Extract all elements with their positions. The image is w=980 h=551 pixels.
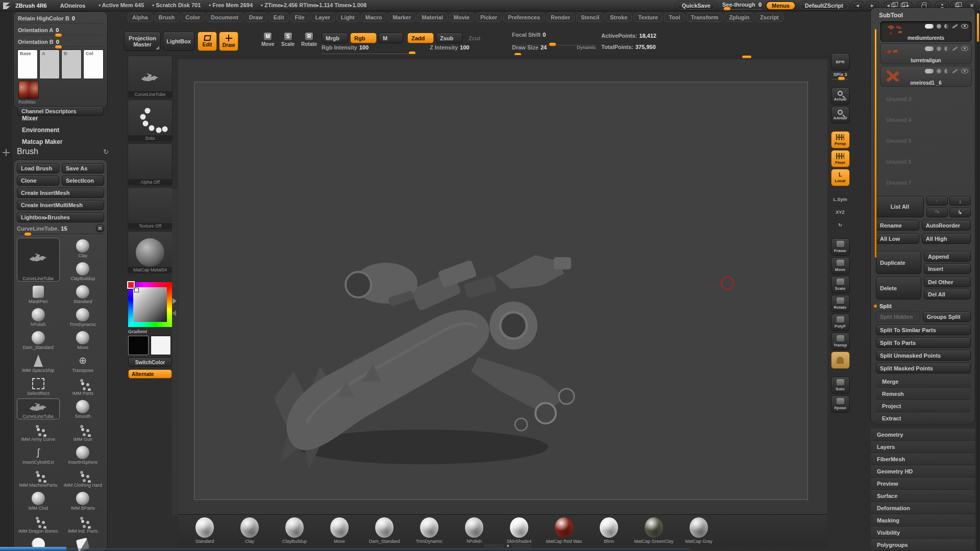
colorize-icon[interactable] [937,24,941,29]
shader-icon[interactable] [925,24,934,29]
menu-brush[interactable]: Brush [154,13,180,22]
palette-header-matcap-maker[interactable]: Matcap Maker [14,136,107,147]
extract-section[interactable]: Extract [876,412,971,424]
material-dam-standard[interactable]: Dam_Standard [362,517,407,544]
menu-edit[interactable]: Edit [269,13,289,22]
rgb-intensity-track[interactable] [322,53,416,54]
lightbox-button[interactable]: LightBox [163,32,194,51]
menu-file[interactable]: File [290,13,309,22]
subtool-item-unused[interactable]: Unused 3 [880,88,972,109]
brush-imm-dragon-bones[interactable]: IMM Dragon Bones [17,513,60,534]
menu-light[interactable]: Light [336,13,359,22]
persp-button[interactable]: Persp [831,131,850,148]
brush-palette-drag-icon[interactable] [3,149,10,156]
scale-button[interactable]: SScale [281,33,295,47]
menu-transform[interactable]: Transform [687,13,723,22]
menu-marker[interactable]: Marker [388,13,415,22]
tool-slot-matcap-metal04[interactable]: MatCap Metal04 [128,232,172,273]
solo-button[interactable]: Solo [831,377,850,394]
channel-swatch-a[interactable]: A [39,49,60,79]
material-matcap-red-wax[interactable]: MatCap Red Wax [542,517,586,544]
menus-toggle-button[interactable]: Menus [766,2,795,10]
collapse-right-icon[interactable] [173,298,177,304]
color-picker[interactable]: Gradient SwitchColor Alternate [128,282,172,379]
orientation-b-slider[interactable]: Orientation B0 [15,37,106,45]
brush-r-button[interactable]: R [96,224,104,232]
polyf-button[interactable]: PolyF [831,314,850,331]
palette-section-deformation[interactable]: Deformation [871,502,975,514]
split-masked-points-button[interactable]: Split Masked Points [876,363,971,373]
default-zscript-button[interactable]: DefaultZScript [799,2,849,10]
material-hpolish[interactable]: hPolish [452,517,497,544]
brush-imm-spaceship[interactable]: IMM SpaceShip [17,353,60,373]
polypaint-brush-icon[interactable] [952,69,958,73]
z-intensity-slider[interactable]: Z Intensity100 [430,44,469,51]
brush-size-slider[interactable]: CurveLineTube.15 R [17,224,104,232]
all-low-button[interactable]: All Low [876,233,919,244]
menu-macro[interactable]: Macro [361,13,386,22]
menu-material[interactable]: Material [417,13,448,22]
collapse-left-icon[interactable] [172,310,176,316]
shader-icon[interactable] [925,69,934,73]
brush-insertcylndrext[interactable]: ∫InsertCylndrExt [17,444,60,465]
spaceship-model[interactable] [260,157,597,494]
menu-picker[interactable]: Picker [476,13,502,22]
brush-selectrect[interactable]: SelectRect [17,375,60,396]
draw-button[interactable]: Draw [219,32,238,51]
quicksave-button[interactable]: QuickSave [676,2,716,10]
move-up-button[interactable]: ↑ [926,196,948,206]
brush-trimdynamic[interactable]: TrimDynamic [62,307,105,328]
subtool-item-unused[interactable]: Unused 4 [880,109,972,130]
brush-imm-machineparts[interactable]: IMM MachineParts [17,467,60,488]
polypaint-brush-icon[interactable] [952,46,958,51]
subtool-item-oneirosd1-6[interactable]: oneirosd1 _6 [880,66,972,87]
palette-section-preview[interactable]: Preview [871,478,975,490]
palette-section-layers[interactable]: Layers [871,441,975,453]
tool-slot-dots[interactable]: Dots [128,100,172,142]
material-move[interactable]: Move [317,517,362,544]
actual-button[interactable]: Actual [831,87,850,105]
uv-icon[interactable] [944,46,949,51]
clone-button[interactable]: Clone [17,176,59,186]
redo-up-button[interactable]: ↷ [926,208,948,217]
menu-zscript[interactable]: Zscript [755,13,783,22]
palette-section-fibermesh[interactable]: FiberMesh [871,453,975,465]
material-claybuildup[interactable]: ClayBuildup [272,517,317,544]
tool-slot-curvelinetube[interactable]: CurveLineTube [128,56,172,98]
all-high-button[interactable]: All High [922,233,971,244]
brush-transpose[interactable]: ⊕Transpose [62,353,105,373]
move-button[interactable]: MMove [261,33,275,47]
edit-button[interactable]: Edit [198,32,217,51]
spix-slider[interactable]: SPix 3 [831,72,849,80]
subtool-item-unused[interactable]: Unused 7 [880,172,972,193]
polypaint-brush-icon[interactable] [952,24,958,29]
merge-section[interactable]: Merge [876,375,971,388]
load-brush-button[interactable]: Load Brush [17,163,59,173]
zadd-button[interactable]: Zadd [407,33,434,43]
m-button[interactable]: M [379,33,403,43]
brush-curvelinetube[interactable]: CurveLineTube [17,398,60,419]
menu-movie[interactable]: Movie [449,13,474,22]
scale-button[interactable]: Scale [831,276,850,293]
rotate-button[interactable]: Rotate [831,295,850,312]
ghost-button[interactable] [831,352,850,369]
autoreorder-button[interactable]: AutoReorder [922,220,971,231]
append-button[interactable]: Append [924,251,971,262]
menu-document[interactable]: Document [206,13,243,22]
menu-stroke[interactable]: Stroke [605,13,632,22]
spix-handle[interactable] [838,77,845,81]
insert-button[interactable]: Insert [924,263,971,274]
window-scrollbar[interactable] [976,12,979,551]
split-to-parts-button[interactable]: Split To Parts [876,337,971,348]
brush-imm-parts[interactable]: IMM Parts [62,375,105,396]
palette-header-mixer[interactable]: Mixer [14,112,107,124]
redo-down-button[interactable]: ↳ [949,208,971,217]
frame-button[interactable]: Frame [831,238,850,256]
menu-render[interactable]: Render [546,13,575,22]
move-button[interactable]: Move [831,257,850,274]
material-standard[interactable]: Standard [182,517,227,544]
canvas-h-scrollbar[interactable] [178,55,827,59]
uv-icon[interactable] [944,69,949,73]
menu-tool[interactable]: Tool [664,13,684,22]
visibility-eye-icon[interactable] [961,46,968,51]
